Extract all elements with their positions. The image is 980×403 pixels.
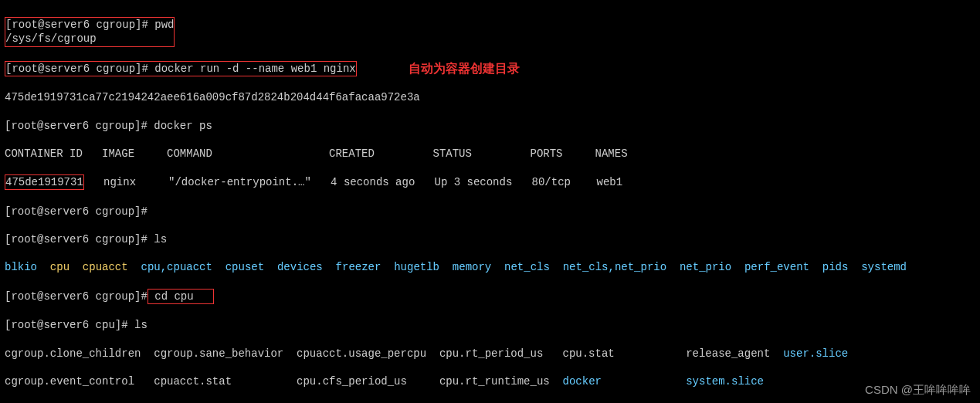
output-pwd: /sys/fs/cgroup — [5, 32, 97, 45]
ls-cpu-row1: cgroup.clone_children cgroup.sane_behavi… — [5, 347, 783, 360]
cmd-ls: ls — [134, 319, 148, 331]
ls-cpu-row2: cgroup.event_control cpuacct.stat cpu.cf… — [5, 375, 563, 388]
system-slice: system.slice — [686, 375, 764, 388]
cmd-pwd: pwd — [154, 19, 174, 31]
ls-cgroup-output: blkio cpu cpuacct cpu,cpuacct cpuset dev… — [5, 260, 975, 274]
prompt: [root@server6 cgroup]# — [5, 120, 154, 132]
ps-container-id: 475de1919731 — [5, 176, 83, 188]
docker-dir: docker — [563, 375, 602, 388]
watermark: CSDN @王哞哞哞哞 — [865, 382, 971, 398]
prompt: [root@server6 cgroup]# — [5, 290, 148, 303]
prompt: [root@server6 cgroup]# — [5, 63, 148, 75]
output-container-id: 475de1919731ca77c2194242aee616a009cf87d2… — [5, 91, 420, 103]
cmd-docker-ps: docker ps — [154, 120, 212, 132]
ps-row-rest: nginx "/docker-entrypoint.…" 4 seconds a… — [84, 176, 622, 188]
terminal-output[interactable]: [root@server6 cgroup]# pwd /sys/fs/cgrou… — [0, 0, 980, 403]
prompt: [root@server6 cgroup]# — [5, 233, 154, 246]
prompt: [root@server6 cgroup]# — [5, 19, 154, 31]
prompt: [root@server6 cpu]# — [5, 319, 134, 331]
cmd-docker-run: docker run -d --name web1 nginx — [148, 63, 356, 75]
cmd-ls: ls — [154, 233, 167, 246]
cmd-cd-cpu: cd cpu — [148, 290, 194, 303]
ps-header: CONTAINER ID IMAGE COMMAND CREATED STATU… — [5, 147, 628, 160]
annotation-auto-create: 自动为容器创建目录 — [409, 61, 520, 77]
user-slice: user.slice — [783, 347, 848, 360]
prompt: [root@server6 cgroup]# — [5, 205, 148, 218]
